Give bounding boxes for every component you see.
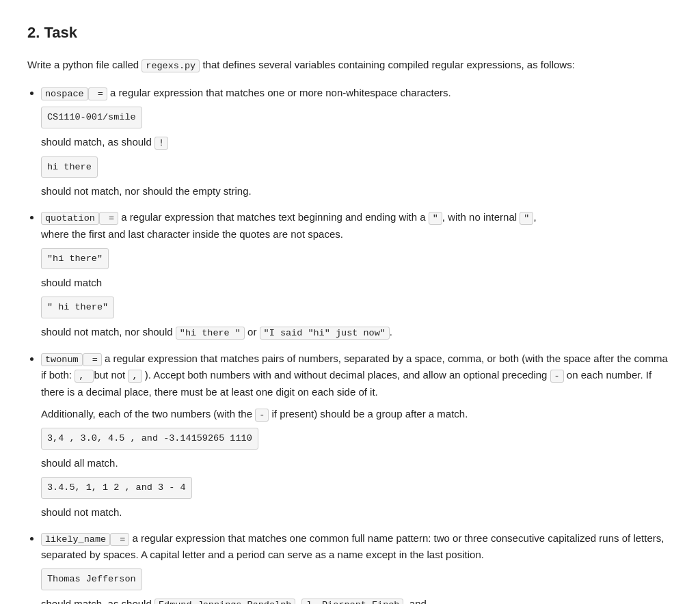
quotation-or: or	[245, 326, 260, 338]
quotation-period: .	[390, 326, 392, 338]
intro-text2: that defines several variables containin…	[200, 59, 575, 70]
quotation-eq: =	[99, 212, 118, 225]
twonum-match-codes: 3,4 , 3.0, 4.5 , and -3.14159265 1110	[41, 428, 258, 450]
quotation-quote2: "	[520, 212, 533, 225]
twonum-nomatch-examples: 3.4.5, 1, 1 2 , and 3 - 4 should not mat…	[41, 477, 673, 521]
intro-text1: Write a python file called	[27, 59, 142, 70]
likely-name-match-text1: should match, as should	[41, 598, 154, 604]
nospace-text2: should not match, nor should the empty s…	[41, 185, 252, 197]
section-number: 2.	[27, 24, 40, 41]
bullet-list: nospace = a regular expression that matc…	[41, 85, 673, 604]
likely-name-desc: a regular expression that matches one co…	[41, 532, 664, 561]
quotation-example1: "hi there" should match	[41, 248, 673, 292]
twonum-comma-ok: ,	[75, 370, 94, 383]
nospace-code1: CS1110-001/smile	[41, 107, 142, 128]
likely-name-comma1: ,	[295, 598, 301, 604]
nospace-eq: =	[88, 87, 107, 100]
quotation-varname: quotation	[41, 212, 99, 225]
bullet-likely-name: likely_name = a regular expression that …	[41, 530, 673, 605]
twonum-match-examples: 3,4 , 3.0, 4.5 , and -3.14159265 1110 sh…	[41, 428, 673, 471]
twonum-eq: =	[83, 353, 102, 366]
likely-name-match-code3: J. Pierpont Finch	[301, 599, 404, 604]
quotation-desc1: a regular expression that matches text b…	[121, 211, 536, 223]
likely-name-eq: =	[110, 533, 129, 546]
twonum-desc1: a regular expression that matches pairs …	[41, 353, 668, 398]
section-heading: 2. Task	[27, 20, 673, 44]
quotation-nomatch-text1: should not match, nor should	[41, 326, 176, 338]
likely-name-intro: likely_name = a regular expression that …	[41, 532, 664, 561]
twonum-match-text: should all match.	[41, 457, 118, 469]
bullet-quotation: quotation = a regular expression that ma…	[41, 209, 673, 340]
quotation-desc2: where the first and last character insid…	[41, 226, 673, 243]
quotation-nomatch-code1: " hi there"	[41, 297, 114, 318]
likely-name-match-code2: Edmund Jennings Randolph	[154, 599, 295, 604]
quotation-nomatch-code3: "I said "hi" just now"	[260, 327, 390, 340]
section-title: Task	[44, 24, 77, 41]
twonum-varname: twonum	[41, 353, 83, 366]
quotation-intro: quotation = a regular expression that ma…	[41, 211, 537, 223]
nospace-varname: nospace	[41, 87, 88, 100]
nospace-example2: hi there should not match, nor should th…	[41, 156, 673, 200]
nospace-code3: hi there	[41, 156, 98, 178]
nospace-desc: a regular expression that matches one or…	[110, 87, 451, 98]
likely-name-match-code1: Thomas Jefferson	[41, 568, 142, 590]
likely-name-match-examples: Thomas Jefferson should match, as should…	[41, 568, 673, 604]
quotation-nomatch-code2: "hi there "	[176, 327, 245, 340]
twonum-comma-bad: ,	[128, 370, 142, 383]
twonum-nomatch-codes: 3.4.5, 1, 1 2 , and 3 - 4	[41, 477, 192, 499]
nospace-text1: should match, as should !	[41, 136, 168, 148]
twonum-nomatch-text: should not match.	[41, 506, 122, 518]
bullet-nospace: nospace = a regular expression that matc…	[41, 85, 673, 200]
nospace-var: nospace = a regular expression that matc…	[41, 87, 451, 98]
intro-paragraph: Write a python file called regexs.py tha…	[27, 57, 673, 74]
intro-code: regexs.py	[142, 59, 200, 72]
twonum-dash2: -	[255, 409, 269, 422]
twonum-intro: twonum = a regular expression that match…	[41, 353, 668, 398]
likely-name-varname: likely_name	[41, 533, 110, 546]
likely-name-and: , and	[403, 598, 426, 604]
bullet-twonum: twonum = a regular expression that match…	[41, 351, 673, 521]
nospace-code2: !	[154, 137, 168, 150]
twonum-dash: -	[550, 370, 564, 383]
quotation-quote1: "	[429, 212, 442, 225]
nospace-example1: CS1110-001/smile should match, as should…	[41, 107, 673, 150]
quotation-match-text: should match	[41, 277, 102, 288]
quotation-match-code: "hi there"	[41, 248, 109, 270]
twonum-additionally: Additionally, each of the two numbers (w…	[41, 406, 673, 423]
quotation-example2: " hi there" should not match, nor should…	[41, 297, 673, 340]
